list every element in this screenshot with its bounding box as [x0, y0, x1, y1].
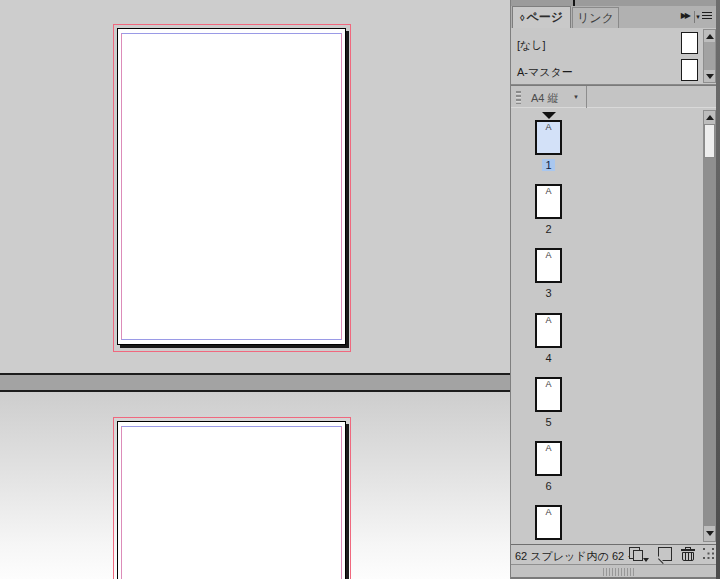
- page-thumbnail[interactable]: A: [535, 505, 562, 540]
- document-page[interactable]: [117, 421, 346, 579]
- page-thumbnail[interactable]: A: [535, 120, 562, 155]
- master-page-row[interactable]: A-マスター: [511, 57, 701, 84]
- page-number-label[interactable]: 3: [511, 287, 586, 299]
- tab-pages[interactable]: ◊ ページ: [512, 6, 571, 28]
- page-size-dropdown[interactable]: A4 縦: [531, 91, 559, 106]
- spread-count-text: 62 スプレッド内の 62 ·: [515, 549, 631, 564]
- panel-status-bar: 62 スプレッド内の 62 ·: [511, 544, 717, 564]
- arrow-up-icon: [706, 115, 714, 120]
- spread-divider-bar: [0, 373, 511, 392]
- page-number-text: 2: [545, 223, 551, 235]
- tab-links-label: リンク: [577, 10, 614, 27]
- scrollbar-track[interactable]: [704, 158, 715, 526]
- scroll-up-button[interactable]: [704, 111, 715, 124]
- scrollbar-grip-icon: [603, 568, 635, 576]
- size-bar-separator: [586, 86, 587, 108]
- pages-panel: ◊ ページ リンク ▶▶ ▼ [なし]A-マスター A4 縦: [510, 0, 720, 579]
- drag-grip-icon[interactable]: [516, 91, 521, 104]
- margin-guides: [121, 426, 342, 579]
- scroll-up-button[interactable]: [704, 30, 715, 42]
- page-number-label[interactable]: 5: [511, 416, 586, 428]
- page-number-label[interactable]: 6: [511, 480, 586, 492]
- page-thumbnail[interactable]: A: [535, 313, 562, 348]
- pages-scrollbar[interactable]: [703, 110, 716, 542]
- master-page-thumbnail[interactable]: [681, 59, 698, 81]
- current-page-marker-icon: [542, 112, 556, 119]
- master-letter-label: A: [537, 379, 560, 390]
- master-page-label: [なし]: [517, 38, 546, 53]
- arrow-down-icon: [706, 531, 714, 536]
- scroll-down-button[interactable]: [704, 526, 715, 541]
- panel-resize-grip[interactable]: [703, 548, 716, 561]
- page-number-text: 4: [545, 352, 551, 364]
- page-thumbnail[interactable]: A: [535, 248, 562, 283]
- panel-horizontal-scrollbar[interactable]: [511, 564, 717, 579]
- arrow-down-icon: [706, 74, 714, 79]
- panel-tab-bar: ◊ ページ リンク ▶▶ ▼: [511, 6, 717, 28]
- new-page-button[interactable]: [658, 547, 672, 561]
- page-size-bar: A4 縦 ▼: [511, 85, 717, 108]
- masters-scrollbar[interactable]: [703, 29, 716, 83]
- page-thumbnail[interactable]: A: [535, 441, 562, 476]
- chevron-down-icon[interactable]: ▼: [573, 94, 579, 100]
- arrow-up-icon: [706, 34, 714, 39]
- page-number-label[interactable]: 2: [511, 223, 586, 235]
- window-edge: [716, 0, 720, 579]
- master-letter-label: A: [537, 315, 560, 326]
- tab-links[interactable]: リンク: [572, 7, 619, 28]
- page-number-text: 1: [542, 159, 554, 171]
- pages-list: A1A2A3A4A5A6A: [511, 108, 717, 544]
- page-number-label[interactable]: 4: [511, 352, 586, 364]
- chevron-down-icon: ▼: [695, 14, 701, 20]
- document-page[interactable]: [117, 28, 346, 345]
- edit-page-size-button[interactable]: [629, 547, 651, 563]
- master-page-row[interactable]: [なし]: [511, 30, 701, 57]
- page-number-text: 6: [545, 480, 551, 492]
- resize-grip-icon: [703, 548, 705, 550]
- master-page-thumbnail[interactable]: [681, 32, 698, 54]
- master-letter-label: A: [537, 186, 560, 197]
- menu-lines-icon: [702, 12, 712, 21]
- master-page-label: A-マスター: [517, 65, 573, 80]
- panel-menu-icon[interactable]: ▼: [695, 12, 712, 21]
- master-letter-label: A: [537, 443, 560, 454]
- chevron-down-icon: [643, 558, 649, 562]
- margin-guides: [121, 33, 342, 340]
- scrollbar-thumb[interactable]: [704, 124, 715, 158]
- master-letter-label: A: [537, 507, 560, 518]
- master-pages-list: [なし]A-マスター: [511, 28, 717, 85]
- delete-page-button[interactable]: [680, 547, 696, 562]
- scroll-down-button[interactable]: [704, 70, 715, 82]
- application-window: ◊ ページ リンク ▶▶ ▼ [なし]A-マスター A4 縦: [0, 0, 720, 579]
- master-letter-label: A: [537, 122, 560, 133]
- document-canvas[interactable]: [0, 0, 511, 579]
- scrollbar-track[interactable]: [704, 42, 715, 70]
- page-thumbnail[interactable]: A: [535, 184, 562, 219]
- page-thumbnail[interactable]: A: [535, 377, 562, 412]
- page-number-label[interactable]: 1: [511, 159, 586, 171]
- page-number-text: 3: [545, 287, 551, 299]
- pages-icon: [633, 550, 643, 561]
- trash-icon: [682, 552, 694, 561]
- tab-pages-label: ページ: [526, 9, 563, 26]
- master-letter-label: A: [537, 250, 560, 261]
- panel-cycle-icon: ◊: [520, 13, 524, 23]
- trash-icon: [681, 549, 695, 551]
- collapse-panel-icon[interactable]: ▶▶: [681, 11, 689, 20]
- page-number-text: 5: [545, 416, 551, 428]
